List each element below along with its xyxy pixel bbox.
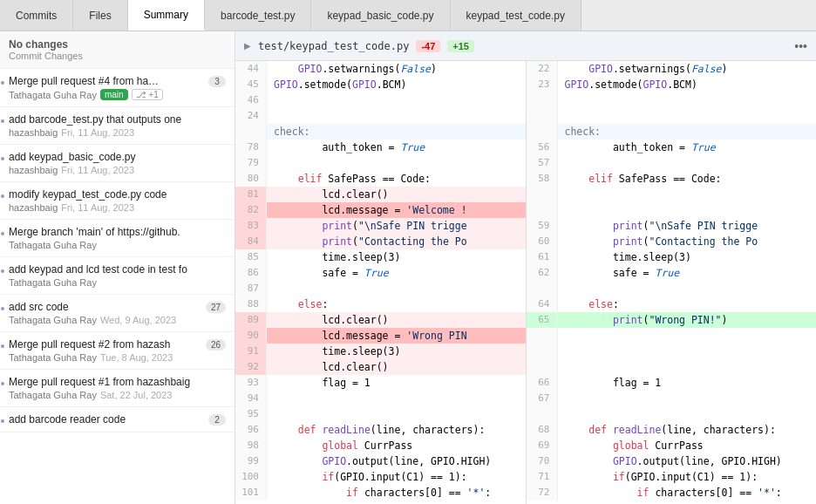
diff-line: 66 flag = 1 (527, 375, 817, 391)
diff-line: 81 lcd.clear() (235, 187, 526, 202)
list-item[interactable]: modify keypad_test_code.py code hazashba… (0, 182, 235, 220)
more-options-button[interactable]: ••• (794, 39, 807, 53)
diff-section-header: check: (235, 124, 526, 140)
diff-line: 90 lcd.message = 'Wrong PIN (235, 328, 526, 344)
diff-line: 83 print("\nSafe PIN trigge (235, 218, 526, 234)
commit-title: add keypad and lcd test code in test fo (9, 263, 226, 276)
commit-dot (0, 230, 6, 237)
tab-files[interactable]: Files (73, 0, 127, 31)
diff-line: 93 flag = 1 (235, 375, 526, 391)
list-item[interactable]: Merge pull request #2 from hazash 26 Tat… (0, 332, 235, 370)
commit-title: Merge pull request #1 from hazashbaig (9, 376, 226, 388)
commit-title: modify keypad_test_code.py code (9, 188, 226, 201)
list-item[interactable]: Merge pull request #4 from ha… 3 Tathaga… (0, 69, 235, 107)
commit-title: add barcode reader code (9, 413, 205, 426)
commit-badge: 26 (206, 339, 226, 351)
commit-author: Tathagata Guha Ray (9, 240, 97, 250)
diff-line: 58 elif SafePass == Code: (527, 171, 817, 187)
diff-line: 65 print("Wrong PIN!") (527, 312, 817, 328)
commit-author: hazashbaig (9, 202, 58, 213)
commit-author: hazashbaig (9, 165, 58, 175)
list-item[interactable]: Merge branch 'main' of https://github. T… (0, 220, 235, 257)
tabs-bar: Commits Files Summary barcode_test.py ke… (0, 0, 816, 31)
diff-stat-positive: +15 (447, 40, 474, 52)
list-item[interactable]: add keypad and lcd test code in test fo … (0, 257, 235, 295)
diff-file-path[interactable]: test/keypad_test_code.py (258, 40, 409, 52)
commit-dot (0, 193, 6, 200)
commits-header: No changes Commit Changes (0, 31, 235, 69)
commit-dot (0, 343, 6, 350)
diff-line: 80 elif SafePass == Code: (235, 171, 526, 187)
diff-line: 60 print("Contacting the Po (527, 234, 817, 249)
diff-line (527, 187, 817, 202)
commit-badge: 2 (208, 414, 226, 426)
commit-date: Fri, 11 Aug, 2023 (61, 202, 134, 213)
tab-barcode-test[interactable]: barcode_test.py (205, 0, 311, 31)
diff-line: 71 if(GPIO.input(C1) == 1): (527, 469, 817, 485)
diff-line: 70 GPIO.output(line, GPIO.HIGH) (527, 453, 817, 469)
commit-dot (0, 380, 6, 387)
branch-badge: main (100, 89, 128, 100)
diff-line: 64 else: (527, 296, 817, 312)
diff-stat-negative: -47 (416, 40, 440, 52)
list-item[interactable]: add barcode_test.py that outputs one haz… (0, 107, 235, 145)
commit-dot (0, 79, 6, 86)
diff-line: 57 (527, 155, 817, 171)
diff-line: 61 time.sleep(3) (527, 249, 817, 265)
diff-line: 23 GPIO.setmode(GPIO.BCM) (527, 77, 817, 92)
commit-dot (0, 118, 6, 125)
diff-line: 45 GPIO.setmode(GPIO.BCM) (235, 77, 526, 92)
commit-author: Tathagata Guha Ray (9, 277, 97, 288)
diff-line: 46 (235, 92, 526, 108)
commits-sidebar: No changes Commit Changes Merge pull req… (0, 31, 235, 504)
commit-title: Merge pull request #4 from ha… (9, 75, 205, 87)
diff-right-pane: 22 GPIO.setwarnings(False) 23 GPIO.setmo… (527, 61, 817, 504)
diff-line (527, 281, 817, 296)
list-item[interactable]: add keypad_basic_code.py hazashbaig Fri,… (0, 145, 235, 182)
tab-summary[interactable]: Summary (128, 0, 205, 31)
diff-line (527, 328, 817, 344)
list-item[interactable]: add barcode reader code 2 (0, 407, 235, 432)
merge-badge: ⎇ +1 (132, 89, 163, 100)
diff-line: 96 def readLine(line, characters): (235, 422, 526, 438)
diff-line: 24 (235, 108, 526, 124)
diff-line (527, 202, 817, 218)
commit-badge: 27 (206, 302, 226, 313)
diff-line: 100 if(GPIO.input(C1) == 1): (235, 469, 526, 485)
diff-line: 86 safe = True (235, 265, 526, 281)
diff-line: 62 safe = True (527, 265, 817, 281)
diff-line: 89 lcd.clear() (235, 312, 526, 328)
diff-line (527, 92, 817, 108)
diff-line: 59 print("\nSafe PIN trigge (527, 218, 817, 234)
commit-date: Fri, 11 Aug, 2023 (61, 127, 134, 138)
tab-keypad-test-code[interactable]: keypad_test_code.py (451, 0, 581, 31)
diff-line: 85 time.sleep(3) (235, 249, 526, 265)
diff-line: 98 global CurrPass (235, 438, 526, 453)
diff-line: 101 if characters[0] == '*': (235, 485, 526, 501)
commit-badge: 3 (208, 76, 226, 87)
diff-line (527, 108, 817, 124)
diff-line: 56 auth_token = True (527, 140, 817, 155)
diff-line: 84 print("Contacting the Po (235, 234, 526, 249)
tab-commits[interactable]: Commits (0, 0, 73, 31)
diff-line: 69 global CurrPass (527, 438, 817, 453)
diff-file-bar: ▶ test/keypad_test_code.py -47 +15 ••• (235, 31, 816, 61)
commit-dot (0, 305, 6, 312)
diff-line: 99 GPIO.output(line, GPIO.HIGH) (235, 453, 526, 469)
diff-line: 72 if characters[0] == '*': (527, 485, 817, 501)
list-item[interactable]: add src code 27 Tathagata Guha Ray Wed, … (0, 295, 235, 332)
commit-title: add src code (9, 301, 202, 313)
tab-keypad-basic-code[interactable]: keypad_basic_code.py (311, 0, 450, 31)
diff-line: 94 (235, 391, 526, 406)
commit-dot (0, 418, 6, 425)
diff-line: 67 (527, 391, 817, 406)
commit-dot (0, 268, 6, 275)
commit-author: Tathagata Guha Ray (9, 90, 97, 100)
main-content: No changes Commit Changes Merge pull req… (0, 31, 816, 504)
commit-date: Wed, 9 Aug, 2023 (100, 315, 176, 325)
diff-line: 95 (235, 406, 526, 422)
diff-line: 92 lcd.clear() (235, 359, 526, 375)
diff-line (527, 406, 817, 422)
diff-section-header: check: (527, 124, 817, 140)
list-item[interactable]: Merge pull request #1 from hazashbaig Ta… (0, 370, 235, 407)
